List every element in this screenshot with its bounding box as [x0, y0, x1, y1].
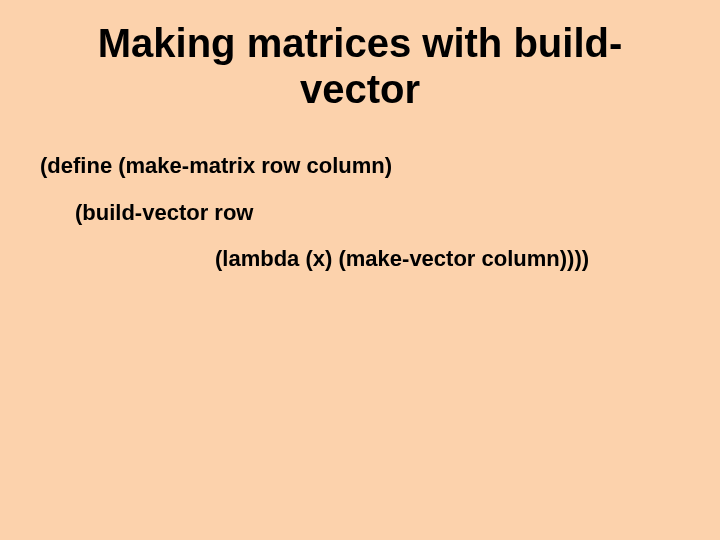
code-line-3: (lambda (x) (make-vector column)))): [40, 245, 680, 274]
slide: Making matrices with build-vector (defin…: [0, 0, 720, 540]
code-line-1: (define (make-matrix row column): [40, 152, 680, 181]
slide-title: Making matrices with build-vector: [40, 20, 680, 112]
code-line-2: (build-vector row: [40, 199, 680, 228]
